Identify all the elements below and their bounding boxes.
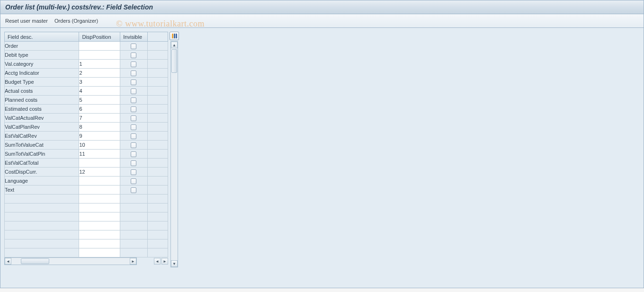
disp-position-input[interactable]: [79, 186, 120, 195]
field-desc-cell: Text: [5, 186, 79, 195]
invisible-cell: [120, 204, 147, 212]
field-desc-cell: [5, 230, 79, 239]
hscroll-track[interactable]: [11, 258, 130, 265]
disp-position-input[interactable]: [79, 51, 120, 60]
field-desc-cell: [5, 212, 79, 221]
scroll-left-button[interactable]: ◄: [5, 258, 11, 265]
row-spacer: [147, 114, 168, 123]
invisible-checkbox[interactable]: [131, 115, 136, 121]
field-desc-cell: Budget Type: [5, 78, 79, 87]
scroll-up-button[interactable]: ▲: [171, 42, 178, 48]
field-desc-cell: Debit type: [5, 51, 79, 60]
invisible-checkbox[interactable]: [131, 169, 136, 175]
disp-position-input[interactable]: 11: [79, 150, 120, 159]
invisible-checkbox[interactable]: [131, 80, 136, 85]
reset-user-master-button[interactable]: Reset user master: [5, 18, 48, 24]
invisible-checkbox[interactable]: [131, 106, 136, 112]
row-spacer: [147, 221, 168, 230]
vscroll-thumb[interactable]: [171, 49, 177, 73]
table-row: CostDispCurr.12: [5, 168, 168, 177]
table-row: ValCatActualRev7: [5, 114, 168, 123]
disp-position-input[interactable]: 6: [79, 105, 120, 114]
disp-position-input[interactable]: [79, 195, 120, 204]
invisible-checkbox[interactable]: [131, 88, 136, 94]
disp-position-input[interactable]: 12: [79, 168, 120, 177]
hscroll-thumb[interactable]: [21, 258, 49, 264]
invisible-checkbox[interactable]: [131, 53, 136, 58]
field-desc-cell: SumTotValueCat: [5, 141, 79, 150]
col-header-disp-position[interactable]: DispPosition: [79, 32, 120, 42]
hscroll-spacer: [137, 257, 154, 265]
disp-position-input[interactable]: 7: [79, 114, 120, 123]
row-spacer: [147, 141, 168, 150]
disp-position-input[interactable]: [79, 159, 120, 168]
field-desc-cell: SumTotValCatPln: [5, 150, 79, 159]
disp-position-input[interactable]: [79, 42, 120, 51]
scroll-right-button[interactable]: ►: [130, 258, 136, 265]
disp-position-input[interactable]: [79, 177, 120, 186]
disp-position-input[interactable]: 2: [79, 69, 120, 78]
disp-position-input[interactable]: 10: [79, 141, 120, 150]
disp-position-input[interactable]: 3: [79, 78, 120, 87]
field-desc-cell: Estimated costs: [5, 105, 79, 114]
row-spacer: [147, 51, 168, 60]
row-spacer: [147, 96, 168, 105]
vscroll-track[interactable]: [171, 48, 178, 260]
content-area: Field desc. DispPosition Invisible Order…: [0, 28, 644, 288]
table-config-button[interactable]: [170, 32, 179, 40]
table-row: EstValCatRev9: [5, 132, 168, 141]
disp-position-input[interactable]: [79, 204, 120, 212]
invisible-checkbox[interactable]: [131, 62, 136, 67]
orders-organizer-button[interactable]: Orders (Organizer): [54, 18, 98, 24]
disp-position-input[interactable]: 9: [79, 132, 120, 141]
field-desc-cell: EstValCatRev: [5, 132, 79, 141]
invisible-cell: [120, 141, 147, 150]
col-header-field-desc[interactable]: Field desc.: [5, 32, 79, 42]
col-header-invisible[interactable]: Invisible: [120, 32, 147, 42]
horizontal-scrollbar: ◄ ►: [4, 257, 137, 265]
invisible-checkbox[interactable]: [131, 133, 136, 139]
scroll-down-button[interactable]: ▼: [171, 260, 178, 267]
row-spacer: [147, 123, 168, 132]
field-desc-cell: CostDispCurr.: [5, 168, 79, 177]
invisible-checkbox[interactable]: [131, 44, 136, 49]
invisible-checkbox[interactable]: [131, 187, 136, 193]
field-desc-cell: Order: [5, 42, 79, 51]
invisible-cell: [120, 212, 147, 221]
disp-position-input[interactable]: [79, 248, 120, 257]
toolbar: Reset user master Orders (Organizer): [0, 14, 644, 28]
invisible-checkbox[interactable]: [131, 71, 136, 76]
column-config-icon: [171, 34, 177, 38]
table-row: ValCatPlanRev8: [5, 123, 168, 132]
disp-position-input[interactable]: 8: [79, 123, 120, 132]
table-row: Estimated costs6: [5, 105, 168, 114]
invisible-cell: [120, 168, 147, 177]
row-spacer: [147, 150, 168, 159]
scroll-right-end-button[interactable]: ►: [161, 258, 168, 265]
row-spacer: [147, 69, 168, 78]
invisible-checkbox[interactable]: [131, 160, 136, 166]
invisible-checkbox[interactable]: [131, 97, 136, 103]
invisible-checkbox[interactable]: [131, 151, 136, 157]
invisible-checkbox[interactable]: [131, 124, 136, 130]
disp-position-input[interactable]: [79, 221, 120, 230]
table-row: Budget Type3: [5, 78, 168, 87]
scroll-left-end-button[interactable]: ◄: [154, 258, 161, 265]
disp-position-input[interactable]: 4: [79, 87, 120, 96]
invisible-checkbox[interactable]: [131, 178, 136, 184]
field-selection-table: Field desc. DispPosition Invisible Order…: [4, 32, 168, 257]
row-spacer: [147, 177, 168, 186]
main-table-area: Field desc. DispPosition Invisible Order…: [4, 32, 168, 265]
field-desc-cell: [5, 239, 79, 248]
table-row: EstValCatTotal: [5, 159, 168, 168]
invisible-cell: [120, 239, 147, 248]
disp-position-input[interactable]: [79, 212, 120, 221]
invisible-checkbox[interactable]: [131, 142, 136, 148]
invisible-cell: [120, 87, 147, 96]
disp-position-input[interactable]: 5: [79, 96, 120, 105]
disp-position-input[interactable]: [79, 230, 120, 239]
table-container: Field desc. DispPosition Invisible Order…: [4, 32, 640, 267]
disp-position-input[interactable]: [79, 239, 120, 248]
disp-position-input[interactable]: 1: [79, 60, 120, 69]
field-desc-cell: [5, 204, 79, 212]
